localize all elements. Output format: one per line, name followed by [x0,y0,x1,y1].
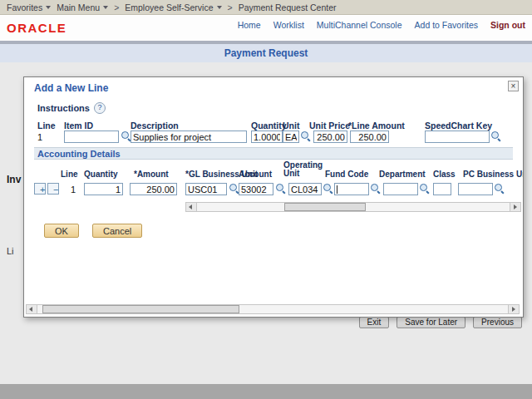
grid-horizontal-scrollbar[interactable] [185,202,521,212]
col-class: Class [433,170,456,179]
breadcrumb-separator: > [228,2,233,12]
fund-code-lookup-icon[interactable] [370,183,381,194]
page-title: Payment Request [0,44,532,62]
unit-label: Unit [283,121,299,131]
dialog-horizontal-scrollbar[interactable] [26,304,520,314]
add-to-favorites-link[interactable]: Add to Favorites [415,20,478,30]
row-class-field[interactable] [433,183,451,195]
instructions-link[interactable]: Instructions [37,103,90,113]
row-account-field[interactable] [239,183,273,195]
line-amount-label: *Line Amount [348,121,405,131]
unit-field[interactable] [283,131,299,143]
scrollbar-thumb[interactable] [284,203,366,211]
multichannel-console-link[interactable]: MultiChannel Console [317,20,402,30]
breadcrumb-bar: Favorites Main Menu > Employee Self-Serv… [0,0,532,15]
description-field[interactable] [131,131,247,143]
speedchart-key-field[interactable] [425,131,490,143]
bottom-gray-strip [0,384,532,399]
clipped-section-heading: Inv [7,174,21,185]
unit-price-field[interactable] [313,131,347,143]
row-gl-business-unit-field[interactable] [185,183,227,195]
col-account: Account [239,170,272,179]
favorites-label: Favorites [7,2,42,12]
row-line-number: 1 [66,185,76,195]
exit-button[interactable]: Exit [359,317,390,328]
add-new-line-dialog: Add a New Line × Instructions Line Item … [23,76,524,318]
row-operating-unit-field[interactable] [288,183,322,195]
scrollbar-track[interactable] [37,305,508,313]
main-menu[interactable]: Main Menu [57,2,108,12]
operating-unit-lookup-icon[interactable] [323,183,333,194]
main-menu-label: Main Menu [57,2,100,12]
col-amount: *Amount [134,170,169,179]
save-for-later-button[interactable]: Save for Later [397,317,466,328]
row-fund-code-field[interactable] [334,183,369,195]
breadcrumb-separator: > [114,2,119,12]
pc-business-unit-lookup-icon[interactable] [494,183,505,194]
ok-button[interactable]: OK [44,224,79,238]
speedchart-key-label: SpeedChart Key [425,121,492,131]
item-id-field[interactable] [64,131,119,143]
line-amount-field[interactable] [350,131,389,143]
row-department-field[interactable] [383,183,418,195]
row-quantity-field[interactable] [84,183,123,195]
scroll-right-arrow-icon[interactable] [510,203,520,211]
line-number-value: 1 [37,132,42,142]
caret-down-icon [217,6,222,9]
item-id-label: Item ID [64,121,93,131]
description-label: Description [131,121,179,131]
header-bar: ORACLE Home Worklist MultiChannel Consol… [0,16,532,41]
clipped-label: Li [7,246,14,256]
peoplesoft-window: Favorites Main Menu > Employee Self-Serv… [0,0,532,399]
speedchart-lookup-icon[interactable] [490,131,501,141]
department-lookup-icon[interactable] [419,183,430,194]
accounting-details-header: Accounting Details [34,147,513,160]
scrollbar-track[interactable] [197,203,510,211]
caret-down-icon [46,6,51,9]
favorites-menu[interactable]: Favorites [7,2,51,12]
breadcrumb-payment-request-center[interactable]: Payment Request Center [239,2,337,12]
unit-lookup-icon[interactable] [300,131,311,141]
scrollbar-thumb[interactable] [42,305,240,313]
col-operating-unit: Operating Unit [283,161,322,178]
header-links: Home Worklist MultiChannel Console Add t… [238,20,525,30]
col-department: Department [379,170,426,179]
scroll-left-arrow-icon[interactable] [27,305,37,313]
col-line: Line [61,170,78,179]
col-fund-code: Fund Code [325,170,368,179]
dialog-title: Add a New Line [34,82,108,94]
caret-down-icon [103,6,108,9]
payment-request-center-label: Payment Request Center [239,2,337,12]
scroll-right-arrow-icon[interactable] [508,305,519,313]
col-quantity: Quantity [84,170,118,179]
employee-self-service-label: Employee Self-Service [125,2,213,12]
cancel-button[interactable]: Cancel [92,224,142,238]
text-cursor [337,185,337,194]
home-link[interactable]: Home [238,20,261,30]
row-amount-field[interactable] [130,183,177,195]
close-icon[interactable]: × [508,81,519,91]
account-lookup-icon[interactable] [275,183,286,194]
breadcrumb-employee-self-service[interactable]: Employee Self-Service [125,2,221,12]
quantity-field[interactable] [251,131,283,143]
row-pc-business-unit-field[interactable] [458,183,493,195]
add-row-button[interactable]: + [34,183,46,195]
col-pc-business-unit: PC Business Unit [463,170,524,179]
oracle-logo: ORACLE [7,21,66,35]
worklist-link[interactable]: Worklist [273,20,304,30]
sign-out-link[interactable]: Sign out [490,20,525,30]
unit-price-label: Unit Price [309,121,350,131]
line-label: Line [37,121,56,131]
quantity-label: Quantity [251,121,287,131]
delete-row-button[interactable]: − [47,183,59,195]
scroll-left-arrow-icon[interactable] [186,203,197,211]
previous-button[interactable]: Previous [473,317,522,328]
page-footer-buttons: Exit Save for Later Previous [359,317,522,328]
help-icon[interactable] [94,102,106,114]
